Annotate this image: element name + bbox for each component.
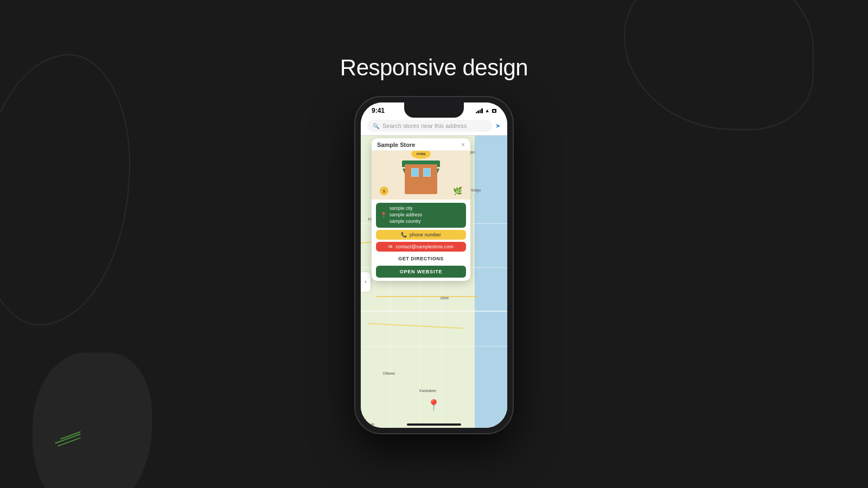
phone-icon: 📞 <box>401 232 407 237</box>
address-country: sample country <box>390 219 422 225</box>
location-icon[interactable]: ➤ <box>495 122 501 130</box>
address-box: 📍 sample city sample address sample coun… <box>376 203 466 228</box>
search-placeholder: Search stores near this address <box>382 123 467 129</box>
signal-bar-2 <box>477 111 479 113</box>
store-image-area: STORE 🌿 $ <box>372 151 470 200</box>
popup-store-name: Sample Store <box>377 142 415 148</box>
map-label-joliet: Joliet <box>440 296 449 300</box>
popup-header: Sample Store × <box>372 138 470 151</box>
popup-info: 📍 sample city sample address sample coun… <box>372 200 470 281</box>
store-sign-text: STORE <box>416 152 425 156</box>
email-box[interactable]: ✉ contact@samplestore.com <box>376 242 466 252</box>
store-illustration: STORE <box>399 153 443 197</box>
get-directions-button[interactable]: GET DIRECTIONS <box>376 254 466 264</box>
address-city: sample city <box>390 206 422 212</box>
store-popup-card: Sample Store × STORE <box>372 138 470 281</box>
map-label-kankakee: Kankakee <box>419 389 436 393</box>
battery-icon: ■ <box>492 109 496 113</box>
popup-close-button[interactable]: × <box>461 142 465 148</box>
signal-bar-4 <box>481 108 483 113</box>
decorative-blob-bottom-left <box>33 352 152 488</box>
search-input-area[interactable]: 🔍 Search stores near this address <box>367 120 492 132</box>
map-label-ottawa: Ottawa <box>382 371 394 375</box>
email-text: contact@samplestore.com <box>395 244 454 249</box>
signal-bar-3 <box>480 110 481 113</box>
decorative-blob-left <box>0 54 130 325</box>
phone-number-text: phone number <box>410 232 441 237</box>
page-title: Responsive design <box>340 55 528 81</box>
store-window-right <box>423 168 431 177</box>
signal-bars-icon <box>476 108 483 113</box>
wifi-icon: ▲ <box>485 108 490 113</box>
status-icons: ▲ ■ <box>476 108 496 113</box>
phone-frame: 9:41 ▲ ■ 🔍 Search stores near this a <box>355 97 513 433</box>
address-pin-icon: 📍 <box>380 212 387 218</box>
phone-bottom-bar <box>407 423 461 426</box>
phone-box[interactable]: 📞 phone number <box>376 230 466 240</box>
address-text: sample city sample address sample countr… <box>390 206 422 225</box>
search-icon: 🔍 <box>373 123 379 129</box>
decorative-blob-top-right <box>624 0 814 130</box>
coin-icon: $ <box>380 187 388 195</box>
store-sign: STORE <box>411 151 431 159</box>
open-website-button[interactable]: OPEN WEBSITE <box>376 266 466 278</box>
signal-bar-1 <box>476 112 477 113</box>
expand-panel-button[interactable]: › <box>361 272 371 292</box>
store-window-left <box>411 168 419 177</box>
email-icon: ✉ <box>388 244 393 249</box>
status-bar: 9:41 ▲ ■ <box>361 102 507 117</box>
store-building <box>405 164 437 194</box>
plant-icon: 🌿 <box>453 187 462 195</box>
address-street: sample address <box>390 212 422 219</box>
map-location-pin: 📍 <box>427 399 441 412</box>
map-area: Chicago Naperville Joliet Kankakee Ottaw… <box>361 136 507 428</box>
notch <box>404 102 464 118</box>
google-attribution: Google <box>364 422 374 426</box>
status-time: 9:41 <box>372 107 385 114</box>
search-bar: 🔍 Search stores near this address ➤ <box>361 117 507 136</box>
decorative-lines <box>54 435 81 445</box>
phone-screen: 9:41 ▲ ■ 🔍 Search stores near this a <box>361 102 507 428</box>
page-container: Responsive design 9:41 ▲ ■ <box>340 55 528 433</box>
